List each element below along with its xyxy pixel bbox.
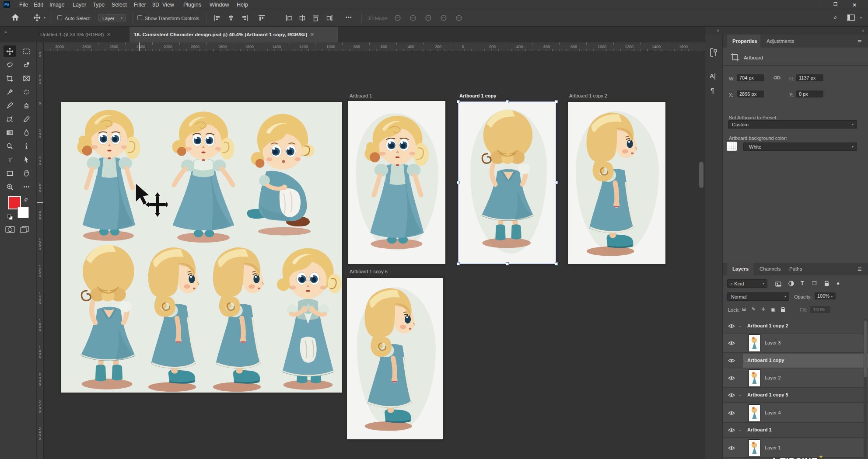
svg-text:T: T: [7, 156, 11, 163]
